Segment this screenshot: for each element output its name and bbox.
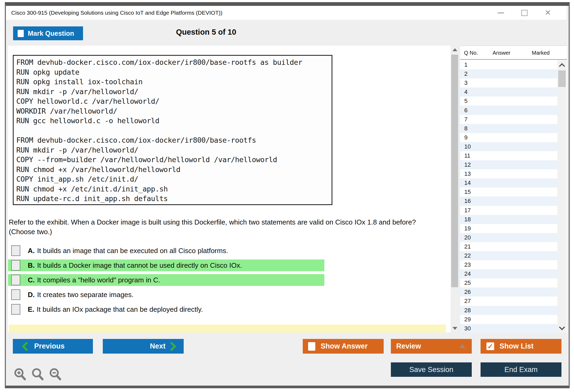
question-number: 23 [464, 261, 471, 268]
question-list-row[interactable]: 28 [460, 306, 557, 315]
question-list-row[interactable]: 9 [460, 133, 557, 142]
question-number: 20 [464, 234, 471, 241]
question-list-row[interactable]: 3 [460, 78, 557, 87]
question-list-row[interactable]: 17 [460, 206, 557, 215]
question-number: 4 [464, 89, 467, 95]
maximize-button[interactable] [513, 6, 536, 20]
window-controls: ✕ [489, 6, 560, 20]
question-number: 12 [464, 161, 471, 168]
question-list-row[interactable]: 5 [460, 97, 557, 106]
question-list-panel: Q No. Answer Marked 1 2 3 [460, 46, 567, 333]
question-list-row[interactable]: 1 [460, 60, 557, 69]
previous-button[interactable]: Previous [13, 339, 93, 354]
option-checkbox[interactable] [11, 245, 20, 256]
scroll-up-arrow-icon[interactable] [453, 48, 457, 51]
code-line: RUN mkdir -p /var/helloworld/ [16, 87, 332, 97]
chevron-left-icon [21, 342, 28, 351]
question-list-row[interactable]: 20 [460, 233, 557, 242]
question-list-row[interactable]: 14 [460, 178, 557, 187]
close-button[interactable]: ✕ [536, 6, 560, 20]
show-list-checkbox-icon[interactable]: ✓ [486, 342, 494, 350]
end-exam-button[interactable]: End Exam [481, 362, 561, 377]
question-number: 14 [464, 179, 471, 186]
question-list-row[interactable]: 15 [460, 187, 557, 197]
option-checkbox[interactable] [11, 260, 20, 271]
show-answer-button[interactable]: Show Answer [303, 339, 384, 354]
code-line: RUN mkdir -p /var/helloworld/ [16, 145, 332, 155]
triangle-up-icon [459, 344, 465, 348]
question-list-row[interactable]: 11 [460, 151, 557, 160]
question-list-row[interactable]: 18 [460, 215, 557, 224]
option-checkbox[interactable] [11, 275, 20, 285]
option-letter: A. [28, 247, 35, 255]
column-header-answer: Answer [493, 50, 510, 56]
question-number: 18 [464, 216, 471, 223]
content-scrollbar-thumb[interactable] [451, 55, 458, 287]
show-answer-checkbox-icon[interactable] [308, 342, 315, 351]
question-number: 15 [464, 189, 471, 195]
minimize-icon [498, 13, 504, 13]
answer-options: A. It builds an image that can be execut… [8, 245, 324, 318]
option-checkbox[interactable] [11, 289, 20, 300]
column-header-marked: Marked [532, 50, 550, 56]
exam-app-screen: Cisco 300-915 (Developing Solutions usin… [0, 0, 574, 392]
previous-label: Previous [34, 342, 65, 350]
title-bar: Cisco 300-915 (Developing Solutions usin… [6, 6, 567, 20]
chevron-up-icon[interactable] [559, 63, 565, 69]
answer-option-row: A. It builds an image that can be execut… [8, 245, 324, 257]
content-scrollbar[interactable] [451, 46, 459, 333]
option-checkbox[interactable] [11, 304, 20, 315]
option-letter: E. [28, 305, 34, 314]
question-list-row[interactable]: 27 [460, 297, 557, 306]
close-icon: ✕ [545, 9, 551, 17]
zoom-reset-icon[interactable] [31, 367, 44, 381]
question-list-row[interactable]: 21 [460, 242, 557, 251]
question-list-row[interactable]: 25 [460, 278, 557, 287]
chevron-down-icon[interactable] [559, 324, 565, 330]
question-number: 8 [464, 125, 467, 132]
question-list-row[interactable]: 8 [460, 124, 557, 133]
question-list-row[interactable]: 10 [460, 142, 557, 151]
option-text: It creates two separate images. [37, 291, 133, 299]
question-list-row[interactable]: 23 [460, 260, 557, 269]
save-session-button[interactable]: Save Session [391, 362, 472, 377]
question-number: 16 [464, 198, 471, 205]
question-text: Refer to the exhibit. When a Docker imag… [9, 217, 443, 237]
chevron-right-icon [170, 342, 177, 351]
question-list-row[interactable]: 12 [460, 160, 557, 169]
question-number: 7 [464, 116, 467, 123]
question-list-row[interactable]: 26 [460, 287, 557, 297]
column-header-qno: Q No. [464, 50, 478, 56]
option-letter: B. [28, 261, 35, 270]
question-list-row[interactable]: 30 [460, 324, 557, 333]
code-line: WORKDIR /var/helloworld/ [16, 106, 332, 116]
question-list-row[interactable]: 24 [460, 269, 557, 278]
question-list-row[interactable]: 2 [460, 69, 557, 78]
minimize-button[interactable] [489, 6, 513, 20]
next-label: Next [150, 342, 166, 350]
question-list-row[interactable]: 4 [460, 87, 557, 97]
question-list-row[interactable]: 19 [460, 224, 557, 233]
scroll-down-arrow-icon[interactable] [453, 327, 457, 330]
maximize-icon [521, 10, 528, 16]
option-text: It compiles a "hello world" program in C… [37, 276, 160, 284]
question-list-row[interactable]: 13 [460, 169, 557, 178]
question-list-row[interactable]: 6 [460, 106, 557, 115]
question-list-row[interactable]: 29 [460, 315, 557, 324]
question-list-row[interactable]: 7 [460, 115, 557, 124]
question-number: 26 [464, 289, 471, 295]
review-button[interactable]: Review [391, 339, 472, 354]
question-number: 6 [464, 107, 467, 114]
question-list: 1 2 3 4 5 [460, 60, 557, 333]
code-line: COPY init_app.sh /etc/init.d/ [16, 174, 332, 184]
question-list-row[interactable]: 22 [460, 251, 557, 260]
show-list-button[interactable]: ✓ Show List [481, 339, 561, 354]
next-button[interactable]: Next [103, 339, 184, 354]
question-list-scrollbar[interactable] [557, 60, 567, 333]
zoom-toolbar [13, 367, 62, 381]
question-list-row[interactable]: 16 [460, 197, 557, 206]
zoom-out-icon[interactable] [49, 367, 62, 381]
zoom-in-icon[interactable] [13, 367, 27, 381]
question-list-scrollbar-thumb[interactable] [558, 70, 566, 87]
answer-option-row: E. It builds an IOx package that can be … [8, 303, 324, 315]
